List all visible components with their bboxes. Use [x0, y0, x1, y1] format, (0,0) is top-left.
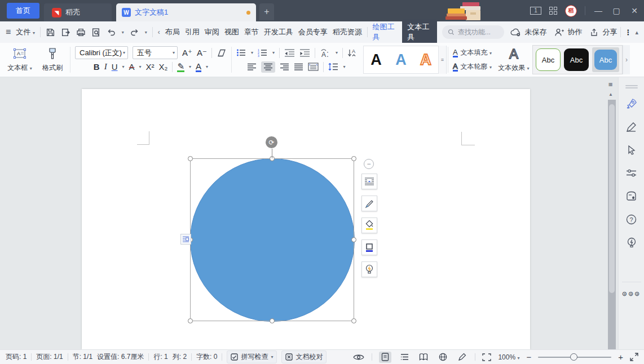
- view-web-mode[interactable]: [436, 352, 449, 363]
- menu-item-membership[interactable]: 会员专享: [298, 27, 328, 37]
- resize-handle-e[interactable]: [351, 237, 356, 242]
- bullet-list-icon[interactable]: [236, 48, 246, 57]
- eye-protect-icon[interactable]: [352, 353, 365, 361]
- shape-style-blue[interactable]: Abc: [594, 50, 617, 70]
- menu-item-review[interactable]: 审阅: [205, 27, 219, 37]
- bullet-list-dropdown[interactable]: ▾: [251, 50, 253, 55]
- gallery-expand-button[interactable]: ≡: [438, 46, 446, 74]
- collaborate-icon[interactable]: [554, 28, 564, 37]
- search-input[interactable]: 查找功能...: [442, 25, 505, 39]
- line-spacing-icon[interactable]: [328, 63, 338, 71]
- sort-icon[interactable]: A: [347, 48, 356, 57]
- textbox-button[interactable]: A 文本框 ▾: [3, 45, 36, 74]
- zoom-level-button[interactable]: 100% ▾: [498, 353, 519, 361]
- template-skin-icon[interactable]: [626, 190, 637, 202]
- resize-handle-sw[interactable]: [188, 318, 193, 323]
- share-icon[interactable]: [590, 28, 599, 37]
- tab-draw-tools[interactable]: 绘图工具: [373, 22, 398, 42]
- collapse-ribbon-icon[interactable]: ▴: [635, 29, 638, 36]
- phonetic-guide-icon[interactable]: A⁚: [320, 48, 331, 57]
- resize-handle-ne[interactable]: [351, 156, 356, 161]
- phonetic-dropdown[interactable]: ▾: [336, 50, 338, 55]
- align-left-icon[interactable]: [247, 63, 257, 71]
- menu-item-view[interactable]: 视图: [224, 27, 239, 37]
- hamburger-icon[interactable]: ≡: [6, 27, 11, 37]
- sidebar-more-icon[interactable]: ⊙⊙⊙: [622, 290, 641, 298]
- shape-quick-style-button[interactable]: [361, 196, 377, 211]
- zoom-slider[interactable]: [538, 357, 611, 358]
- close-button[interactable]: ✕: [629, 6, 639, 16]
- view-ink-mode[interactable]: [456, 352, 468, 363]
- apps-grid-icon[interactable]: [549, 7, 557, 15]
- help-icon[interactable]: ?: [626, 214, 637, 225]
- view-page-mode[interactable]: [379, 352, 391, 363]
- save-icon[interactable]: [46, 28, 55, 37]
- justify-icon[interactable]: [294, 63, 303, 71]
- document-canvas[interactable]: ⟳ − ▦ ▲: [0, 77, 618, 349]
- text-fill-button[interactable]: 文本填充 ▾: [461, 48, 492, 57]
- underline-button[interactable]: U: [112, 62, 118, 72]
- format-painter-button[interactable]: 格式刷: [36, 45, 69, 74]
- menu-item-section[interactable]: 章节: [244, 27, 259, 37]
- decrease-indent-icon[interactable]: [284, 49, 295, 57]
- font-name-combo[interactable]: Calibri (正文)▾: [75, 46, 128, 59]
- smart-recommend-button[interactable]: [361, 261, 377, 277]
- shape-fill-button[interactable]: [361, 217, 377, 233]
- vertical-scrollbar[interactable]: ▦ ▲: [607, 77, 617, 349]
- text-effects-button[interactable]: A 文本效果 ▾: [495, 45, 532, 74]
- distribute-icon[interactable]: [308, 63, 319, 71]
- signature-pen-icon[interactable]: [626, 121, 637, 132]
- bold-button[interactable]: B: [94, 62, 100, 72]
- spell-check-button[interactable]: 拼写检查▾: [227, 350, 277, 363]
- superscript-button[interactable]: X²: [146, 62, 155, 72]
- menu-scroll-left-icon[interactable]: ‹: [158, 28, 160, 36]
- subscript-button[interactable]: X₂: [159, 62, 168, 72]
- settings-sliders-icon[interactable]: [626, 167, 637, 179]
- rotate-handle[interactable]: ⟳: [266, 136, 277, 148]
- collapse-floating-toolbar-button[interactable]: −: [364, 159, 374, 169]
- zoom-out-button[interactable]: −: [526, 352, 531, 362]
- more-menu-icon[interactable]: ⋮: [624, 28, 632, 37]
- grow-font-button[interactable]: A⁺: [182, 48, 192, 58]
- font-color-dropdown[interactable]: ▾: [206, 64, 208, 69]
- shape-style-green-outline[interactable]: Abc: [536, 48, 561, 71]
- view-outline-mode[interactable]: [398, 352, 411, 363]
- strikethrough-button[interactable]: A: [129, 62, 135, 72]
- resize-handle-se[interactable]: [351, 318, 356, 323]
- sidebar-drag-handle[interactable]: [625, 85, 638, 86]
- collaborate-label[interactable]: 协作: [567, 27, 582, 37]
- maximize-button[interactable]: ▢: [611, 6, 621, 16]
- file-menu[interactable]: 文件 ▾: [16, 27, 35, 37]
- view-read-mode[interactable]: [417, 352, 430, 363]
- wrap-options-anchor-icon[interactable]: [180, 234, 191, 245]
- clear-format-icon[interactable]: [217, 48, 227, 57]
- docer-tab[interactable]: ◥ 稻壳: [44, 3, 112, 21]
- export-icon[interactable]: [61, 28, 70, 37]
- cloud-unsaved-icon[interactable]: [510, 28, 521, 37]
- line-spacing-dropdown[interactable]: ▾: [343, 64, 345, 69]
- highlight-dropdown[interactable]: ▾: [189, 64, 191, 69]
- undo-button[interactable]: [107, 28, 116, 37]
- document-tab[interactable]: W 文字文稿1: [116, 3, 256, 21]
- share-label[interactable]: 分享: [602, 27, 617, 37]
- layout-options-button[interactable]: [361, 174, 377, 189]
- zoom-in-button[interactable]: +: [618, 352, 623, 362]
- fit-page-icon[interactable]: [482, 353, 491, 361]
- ribbon-scroll-right-icon[interactable]: ›: [623, 45, 630, 74]
- font-size-combo[interactable]: 五号▾: [133, 46, 178, 59]
- qat-more-dropdown[interactable]: ▾: [145, 30, 147, 35]
- scroll-up-icon[interactable]: ▲: [608, 92, 613, 97]
- print-icon[interactable]: [76, 28, 86, 37]
- menu-item-devtools[interactable]: 开发工具: [264, 27, 293, 37]
- tab-text-tools[interactable]: 文本工具: [402, 20, 437, 45]
- select-cursor-icon[interactable]: [626, 144, 637, 156]
- font-color-button[interactable]: A: [196, 62, 201, 72]
- window-manage-icon[interactable]: 1: [530, 7, 541, 15]
- style-sample-blue[interactable]: A: [389, 51, 413, 69]
- numbered-list-icon[interactable]: 123: [258, 48, 268, 57]
- resize-handle-s[interactable]: [270, 318, 275, 323]
- align-right-icon[interactable]: [280, 63, 289, 71]
- print-preview-icon[interactable]: [91, 28, 101, 37]
- increase-indent-icon[interactable]: [299, 49, 310, 57]
- align-center-button[interactable]: [261, 61, 275, 73]
